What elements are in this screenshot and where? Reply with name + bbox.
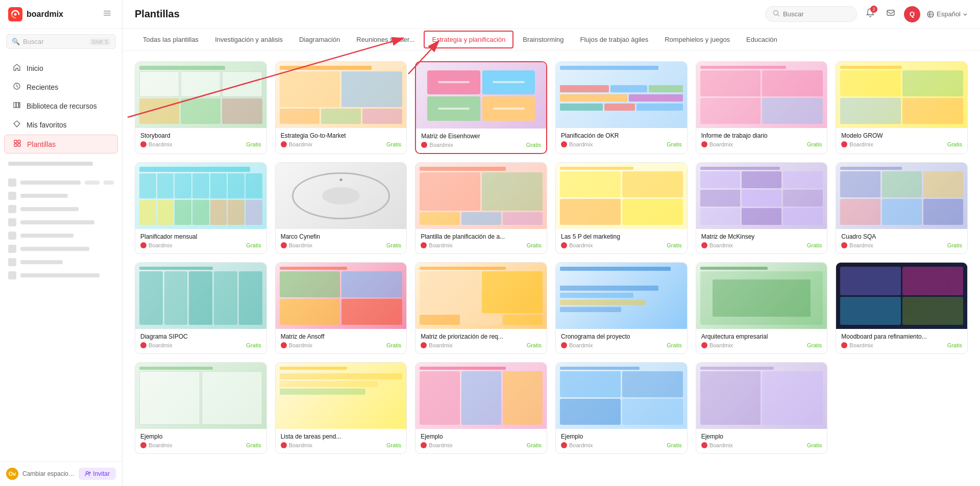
template-card-r4-3[interactable]: Ejemplo Boardmix Gratis (415, 362, 547, 454)
search-input[interactable] (783, 10, 849, 18)
template-card-moodboard[interactable]: Moodboard para refinamiento... Boardmix … (836, 262, 968, 354)
svg-rect-6 (14, 103, 16, 108)
template-thumb-priorizacion (415, 263, 547, 329)
template-card-sipoc[interactable]: Diagrama SIPOC Boardmix Gratis (135, 262, 267, 354)
svg-rect-16 (887, 10, 894, 15)
template-thumb-planif-a (415, 163, 547, 229)
template-badge-arquitectura: Gratis (807, 342, 822, 348)
template-card-informe[interactable]: Informe de trabajo diario Boardmix Grati… (696, 61, 828, 154)
template-thumb-ansoff (276, 263, 407, 329)
template-card-arquitectura[interactable]: Arquitectura empresarial Boardmix Gratis (696, 262, 828, 354)
sidebar-item-plantillas[interactable]: Plantillas (4, 135, 118, 154)
workspace-name: Cambiar espacio de tr... (22, 470, 75, 477)
mail-button[interactable] (884, 6, 898, 22)
invite-button[interactable]: Invitar (79, 468, 116, 480)
tab-flujos[interactable]: Flujos de trabjao ágiles (572, 30, 657, 50)
template-name-5p: Las 5 P del marketing (561, 233, 682, 240)
template-card-okr[interactable]: Planificación de OKR Boardmix Gratis (555, 61, 688, 154)
invite-label: Invitar (93, 470, 110, 477)
template-thumb-informe (696, 62, 827, 128)
tab-educacion[interactable]: Educación (738, 30, 786, 50)
template-thumb-r4-4 (556, 363, 687, 429)
sidebar-collapse-button[interactable] (101, 8, 114, 21)
sidebar-search[interactable]: 🔍 Buscar Shift S (6, 34, 116, 49)
logo-area: boardmix (8, 7, 63, 21)
template-card-r4-5[interactable]: Ejemplo Boardmix Gratis (696, 362, 828, 454)
template-badge-r4-4: Gratis (667, 442, 681, 448)
sidebar-search-label: Buscar (23, 38, 87, 45)
sidebar: boardmix 🔍 Buscar Shift S Inicio Recient… (0, 0, 122, 486)
svg-rect-7 (16, 103, 18, 108)
sidebar-item-favoritos[interactable]: Mis favoritos (4, 116, 118, 134)
template-thumb-gtm (276, 62, 407, 128)
template-badge-gtm: Gratis (386, 141, 401, 147)
main-content: Plantillas 2 Q Español T (122, 0, 980, 486)
template-card-grow[interactable]: Modelo GROW Boardmix Gratis (836, 61, 968, 154)
template-card-storyboard[interactable]: Storyboard Boardmix Gratis (135, 61, 267, 154)
template-thumb-r4-3 (415, 363, 547, 429)
template-name-grow: Modelo GROW (841, 132, 962, 139)
template-badge-cronograma: Gratis (667, 342, 681, 348)
nav-favoritos-label: Mis favoritos (27, 121, 67, 129)
brand-icon (841, 141, 847, 147)
notification-button[interactable]: 2 (863, 6, 877, 22)
tab-rompehielos[interactable]: Rompehielos y juegos (656, 30, 738, 50)
search-bar[interactable] (765, 6, 857, 22)
brand-icon (421, 142, 427, 148)
template-card-planificador[interactable]: Planificador mensual Boardmix Gratis (135, 162, 267, 254)
template-card-cronograma[interactable]: Cronograma del proyecto Boardmix Gratis (555, 262, 688, 354)
template-card-5p[interactable]: Las 5 P del marketing Boardmix Gratis (555, 162, 688, 254)
templates-grid: Storyboard Boardmix Gratis (135, 61, 968, 454)
template-card-sqa[interactable]: Cuadro SQA Boardmix Gratis (836, 162, 968, 254)
template-card-r4-4[interactable]: Ejemplo Boardmix Gratis (555, 362, 688, 454)
brand-icon (701, 342, 707, 348)
sidebar-item-inicio[interactable]: Inicio (4, 59, 118, 77)
svg-point-1 (14, 13, 17, 16)
template-card-r4-2[interactable]: Lista de tareas pend... Boardmix Gratis (275, 362, 407, 454)
template-card-eisenhower[interactable]: Matriz de Eisenhower Boardmix Gratis (415, 61, 547, 154)
tab-brainstorming[interactable]: Brainstorming (514, 30, 572, 50)
template-thumb-r4-5 (696, 363, 827, 429)
brand-icon (281, 442, 287, 448)
search-icon: 🔍 (12, 38, 20, 45)
template-thumb-cynefin (276, 163, 407, 229)
svg-rect-2 (104, 11, 111, 12)
sidebar-item-biblioteca[interactable]: Biblioteca de recursos (4, 97, 118, 115)
tab-todas[interactable]: Todas las plantillas (135, 30, 207, 50)
user-avatar[interactable]: Q (904, 6, 920, 22)
template-badge-r4-3: Gratis (527, 442, 542, 448)
template-card-gtm[interactable]: Estrategia Go-to-Market Boardmix Gratis (275, 61, 407, 154)
boardmix-logo-icon (8, 7, 22, 21)
tab-estrategia[interactable]: Estrategia y planificación (424, 31, 513, 48)
svg-rect-4 (104, 15, 111, 16)
template-card-cynefin[interactable]: Marco Cynefin Boardmix Gratis (275, 162, 407, 254)
template-badge-grow: Gratis (947, 141, 962, 147)
template-badge-priorizacion: Gratis (527, 342, 542, 348)
diamond-icon (12, 120, 21, 130)
svg-rect-8 (19, 103, 20, 108)
nav-inicio-label: Inicio (27, 64, 43, 72)
template-thumb-arquitectura (696, 263, 827, 329)
template-name-okr: Planificación de OKR (561, 132, 682, 139)
svg-rect-3 (104, 13, 111, 14)
language-selector[interactable]: Español (926, 10, 968, 18)
tab-diagramacion[interactable]: Diagramación (291, 30, 348, 50)
template-card-planif-a[interactable]: Plantilla de planificación de a... Board… (415, 162, 547, 254)
sidebar-header: boardmix (0, 0, 122, 29)
chevron-down-icon (963, 12, 968, 17)
template-name-cronograma: Cronograma del proyecto (561, 333, 682, 340)
tab-investigacion[interactable]: Investigación y análisis (207, 30, 291, 50)
workspace-items (0, 174, 122, 284)
sidebar-item-recientes[interactable]: Recientes (4, 78, 118, 96)
nav-biblioteca-label: Biblioteca de recursos (27, 102, 97, 110)
template-badge-r4-2: Gratis (386, 442, 401, 448)
template-thumb-eisenhower (416, 62, 546, 129)
language-label: Español (937, 10, 961, 18)
template-card-mckinsey[interactable]: Matriz de McKinsey Boardmix Gratis (696, 162, 828, 254)
template-badge-r4-5: Gratis (807, 442, 822, 448)
template-name-arquitectura: Arquitectura empresarial (701, 333, 822, 340)
template-card-r4-1[interactable]: Ejemplo Boardmix Gratis (135, 362, 267, 454)
template-card-ansoff[interactable]: Matriz de Ansoff Boardmix Gratis (275, 262, 407, 354)
template-card-priorizacion[interactable]: Matriz de priorización de req... Boardmi… (415, 262, 547, 354)
tab-reuniones[interactable]: Reuniones y taller... (348, 30, 423, 50)
